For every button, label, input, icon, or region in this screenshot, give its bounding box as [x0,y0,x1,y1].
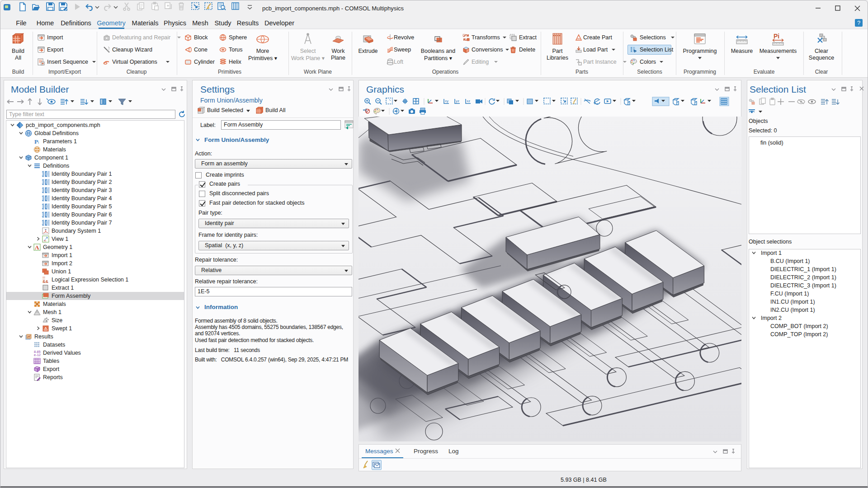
svg-text:xz: xz [467,99,470,103]
svg-text:yz: yz [456,99,459,103]
svg-text:xy: xy [445,99,448,103]
